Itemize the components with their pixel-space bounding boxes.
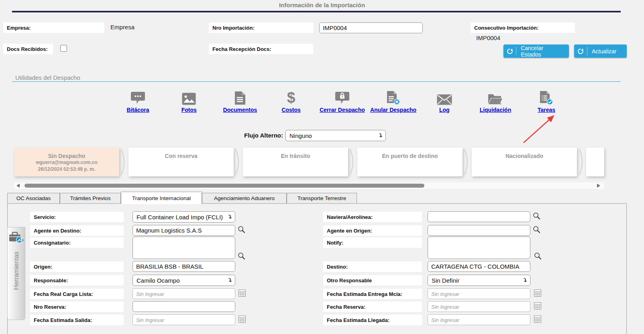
- flujo-alterno-select[interactable]: Ninguno ⤵︎: [285, 130, 386, 141]
- fecha-recepcion-label: Fecha Recepción Docs:: [209, 44, 313, 54]
- otro-responsable-select[interactable]: Sin Definir ⤵︎: [428, 275, 530, 286]
- status-card-nacionalizado[interactable]: Nacionalizado: [472, 148, 577, 176]
- fecha-estimada-salida-input[interactable]: [132, 314, 235, 325]
- tab-oc-asociadas[interactable]: OC Asociadas: [7, 193, 60, 204]
- document-cancel-icon: [387, 89, 400, 105]
- tab-transporte-terrestre[interactable]: Transporte Terrestre: [287, 193, 357, 204]
- status-card-partial[interactable]: [586, 148, 604, 176]
- utility-label: Liquidación: [480, 106, 512, 113]
- flujo-alterno-label: Flujo Alterno:: [201, 132, 283, 139]
- calendar-icon[interactable]: [534, 302, 541, 311]
- tab-transporte-internacional[interactable]: Transporte Internacional: [121, 192, 202, 204]
- herramientas-label: Herramientas: [13, 251, 20, 290]
- fecha-real-carga-label: Fecha Real Carga Lista:: [30, 289, 124, 299]
- search-icon[interactable]: [533, 226, 540, 235]
- scroll-left-arrow[interactable]: [16, 184, 20, 188]
- search-icon[interactable]: [238, 252, 245, 261]
- empresa-value: Empresa: [110, 24, 135, 30]
- tab-agenciamiento-aduanero[interactable]: Agenciamiento Aduanero: [202, 193, 287, 204]
- calendar-icon[interactable]: [534, 289, 541, 298]
- status-card-sin-despacho[interactable]: Sin Despacho wguerra@magnum.com.co 26/12…: [14, 148, 119, 176]
- chevron-down-icon: ⤵︎: [228, 214, 232, 220]
- chevron-down-icon: ⤵︎: [228, 277, 232, 283]
- status-card-title: Nacionalizado: [505, 153, 543, 159]
- responsable-label: Responsable:: [30, 275, 124, 285]
- red-annotation-arrow: [515, 113, 559, 145]
- flow-scrollbar[interactable]: [14, 182, 604, 189]
- empresa-label: Empresa:: [3, 22, 104, 33]
- fecha-estimada-llegada-input[interactable]: [428, 314, 530, 325]
- servicio-value: Full Container Load Impo (FCLI): [137, 214, 223, 221]
- utilities-underline: [12, 81, 621, 82]
- herramientas-panel[interactable]: Herramientas: [7, 227, 25, 320]
- fecha-reserva-input[interactable]: [428, 301, 530, 312]
- servicio-select[interactable]: Full Container Load Impo (FCLI) ⤵︎: [132, 211, 235, 223]
- utility-anular-despacho[interactable]: Anular Despacho: [368, 89, 419, 113]
- agente-destino-input[interactable]: [132, 225, 235, 236]
- fecha-estimada-salida-label: Fecha Estimada Salida:: [30, 315, 124, 325]
- naviera-input[interactable]: [428, 211, 530, 222]
- status-card-en-puerto[interactable]: En puerto de destino: [357, 148, 463, 176]
- status-card-con-reserva[interactable]: Con reserva: [128, 148, 234, 176]
- utility-label: Cerrar Despacho: [320, 106, 365, 113]
- utilities-section-title: Utilidades del Despacho: [15, 74, 80, 81]
- envelope-icon: [437, 89, 452, 105]
- fecha-reserva-label: Fecha Reserva:: [323, 302, 422, 312]
- nro-importacion-input[interactable]: [319, 22, 423, 33]
- agente-origen-input[interactable]: [428, 225, 530, 236]
- origen-input[interactable]: [132, 261, 235, 272]
- docs-recibidos-checkbox[interactable]: [60, 45, 67, 52]
- flujo-alterno-value: Ninguno: [289, 132, 312, 139]
- nro-importacion-label: Nro Importación:: [209, 22, 313, 33]
- utility-bitacora[interactable]: Bitácora: [112, 89, 163, 113]
- agente-origen-label: Agente en Origen:: [323, 225, 422, 236]
- scroll-right-arrow[interactable]: [597, 184, 600, 188]
- flow-separator: [120, 149, 128, 175]
- consecutivo-label: Consecutivo Importación:: [471, 22, 575, 33]
- scrollbar-thumb[interactable]: [24, 184, 424, 188]
- consignatario-textarea[interactable]: [132, 237, 235, 259]
- utility-tareas[interactable]: Tareas: [521, 89, 572, 113]
- search-icon[interactable]: [533, 212, 540, 221]
- cancelar-estados-label: Cancelar Estados: [521, 45, 569, 58]
- nro-reserva-label: Nro Reserva:: [30, 302, 124, 312]
- flow-separator: [463, 149, 471, 175]
- fecha-real-carga-input[interactable]: [132, 288, 235, 299]
- toolbox-icon[interactable]: [8, 231, 24, 244]
- utility-liquidacion[interactable]: Liquidación: [470, 89, 521, 113]
- utility-documentos[interactable]: Documentos: [214, 89, 265, 113]
- actualizar-button[interactable]: Actualizar: [574, 45, 627, 58]
- consignatario-label: Consignatario:: [30, 237, 124, 248]
- calendar-icon[interactable]: [238, 316, 246, 324]
- search-icon[interactable]: [534, 252, 542, 261]
- calendar-icon[interactable]: [238, 289, 246, 298]
- fecha-entrega-mcia-input[interactable]: [428, 288, 530, 299]
- nro-reserva-input[interactable]: [132, 301, 235, 312]
- servicio-label: Servicio:: [30, 212, 124, 222]
- button-divider: [587, 47, 587, 55]
- search-icon[interactable]: [238, 226, 245, 235]
- utility-fotos[interactable]: Fotos: [163, 89, 214, 113]
- origen-label: Origen:: [30, 261, 124, 272]
- fecha-estimada-llegada-label: Fecha Estimada Llegada:: [323, 315, 422, 325]
- status-card-user: wguerra@magnum.com.co: [36, 159, 98, 166]
- dollar-icon: $: [287, 89, 296, 105]
- destino-input[interactable]: [428, 261, 530, 272]
- responsable-select[interactable]: Camilo Ocampo ⤵︎: [132, 275, 235, 286]
- docs-recibidos-label: Docs Recibidos:: [3, 44, 53, 54]
- cancelar-estados-button[interactable]: Cancelar Estados: [503, 45, 569, 58]
- utility-cerrar-despacho[interactable]: Cerrar Despacho: [317, 89, 368, 113]
- utility-costos[interactable]: $ Costos: [266, 89, 317, 113]
- utility-log[interactable]: Log: [419, 89, 470, 113]
- notify-textarea[interactable]: [428, 237, 530, 259]
- status-card-title: Con reserva: [165, 153, 198, 159]
- calendar-icon[interactable]: [534, 316, 541, 324]
- destino-label: Destino:: [323, 261, 422, 272]
- utility-label: Bitácora: [127, 106, 149, 113]
- utility-label: Fotos: [181, 106, 197, 113]
- import-info-page: Información de la Importación Empresa: E…: [0, 0, 644, 334]
- status-card-en-transito[interactable]: En tránsito: [243, 148, 348, 176]
- tab-tramites-previos[interactable]: Trámites Previos: [60, 193, 121, 204]
- chevron-down-icon: ⤵︎: [379, 133, 382, 138]
- flow-separator: [234, 149, 243, 175]
